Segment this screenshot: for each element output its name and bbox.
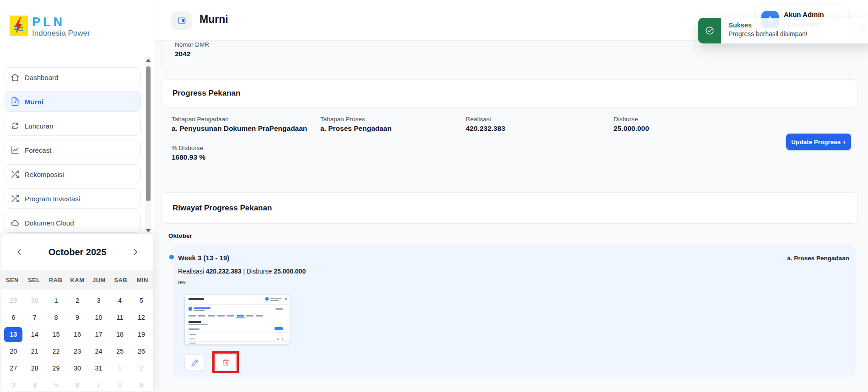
- check-circle-icon: [705, 26, 715, 36]
- chevron-right-icon: [131, 248, 140, 256]
- calendar-day[interactable]: 20: [4, 344, 22, 359]
- calendar-day[interactable]: 16: [68, 327, 86, 342]
- sidebar-item-dokumen-cloud[interactable]: Dokumen Cloud: [5, 213, 141, 233]
- field-tahapan-proses: Tahapan Proses a. Proses Pengadaan: [320, 116, 392, 133]
- calendar-day[interactable]: 11: [111, 310, 129, 325]
- sidebar-toggle-button[interactable]: [171, 11, 192, 30]
- trend-chart-icon: [11, 145, 20, 155]
- calendar-day[interactable]: 19: [132, 327, 151, 342]
- calendar-day[interactable]: 27: [4, 361, 22, 376]
- shuffle-icon: [11, 194, 20, 203]
- calendar-day[interactable]: 4: [26, 378, 44, 392]
- calendar-day[interactable]: 14: [26, 327, 44, 342]
- calendar-day[interactable]: 30: [68, 361, 86, 376]
- calendar-day[interactable]: 4: [111, 293, 129, 308]
- history-section-title: Riwayat Progress Pekanan: [173, 204, 272, 213]
- calendar-day[interactable]: 17: [90, 327, 108, 342]
- field-disburse: Disburse 25.000.000: [614, 116, 649, 133]
- annotation-highlight-box: [212, 351, 239, 373]
- calendar-day[interactable]: 29: [4, 293, 22, 308]
- calendar-day[interactable]: 2: [68, 293, 86, 308]
- update-progress-button[interactable]: Update Progress +: [786, 134, 851, 150]
- calendar-popup: October 2025 SENSELRABKAMJUMSABMIN 29301…: [1, 233, 154, 392]
- nomor-dmr-label: Nomor DMR: [175, 41, 209, 48]
- calendar-day[interactable]: 21: [26, 344, 44, 359]
- pln-logo-icon: [10, 16, 28, 36]
- calendar-day-selected[interactable]: 13: [4, 327, 22, 342]
- sidebar-item-label: Rekomposisi: [25, 171, 64, 178]
- calendar-day[interactable]: 12: [132, 310, 151, 325]
- week-summary: Realisasi 420.232.383 | Disburse 25.000.…: [178, 268, 306, 275]
- calendar-day[interactable]: 1: [47, 293, 65, 308]
- calendar-day[interactable]: 7: [90, 378, 108, 392]
- calendar-day[interactable]: 30: [26, 293, 44, 308]
- calendar-day[interactable]: 6: [68, 378, 86, 392]
- panel-toggle-icon: [177, 16, 186, 25]
- edit-week-button[interactable]: [184, 354, 205, 371]
- field-tahapan-pengadaan: Tahapan Pengadaan a. Penyusunan Dokumen …: [172, 116, 307, 133]
- brand-logo: PLN Indonesia Power: [10, 16, 90, 38]
- calendar-grid: 2930123456789101112131415161718192021222…: [1, 290, 153, 392]
- calendar-day[interactable]: 18: [111, 327, 129, 342]
- calendar-day[interactable]: 29: [47, 361, 65, 376]
- brand-subtitle: Indonesia Power: [32, 29, 90, 38]
- sidebar-item-label: Luncuran: [25, 122, 54, 130]
- nomor-dmr-value: 2042: [175, 50, 209, 58]
- calendar-day[interactable]: 9: [132, 378, 151, 392]
- record-block: Nomor DMR 2042: [175, 41, 209, 58]
- calendar-day-headers: SENSELRABKAMJUMSABMIN: [1, 270, 153, 290]
- progress-section-card: Progress Pekanan: [161, 79, 858, 107]
- calendar-dow-label: KAM: [66, 277, 88, 284]
- sidebar-scrollbar[interactable]: [145, 56, 151, 235]
- calendar-dow-label: SEN: [1, 277, 23, 284]
- calendar-next-button[interactable]: [129, 246, 141, 258]
- scrollbar-thumb[interactable]: [146, 66, 151, 201]
- progress-section-title: Progress Pekanan: [173, 89, 240, 98]
- sidebar-item-label: Dokumen Cloud: [25, 219, 74, 227]
- week-history-card: Week 3 (13 - 19) Realisasi 420.232.383 |…: [173, 245, 856, 377]
- sidebar-item-program-investasi[interactable]: Program Investasi: [5, 188, 141, 209]
- calendar-day[interactable]: 6: [4, 310, 22, 325]
- calendar-day[interactable]: 7: [26, 310, 44, 325]
- sidebar-item-forecast[interactable]: Forecast: [5, 140, 141, 160]
- calendar-day[interactable]: 5: [47, 378, 65, 392]
- calendar-day[interactable]: 10: [90, 310, 108, 325]
- calendar-day[interactable]: 25: [111, 344, 129, 359]
- sidebar-item-label: Murni: [25, 98, 43, 106]
- calendar-prev-button[interactable]: [13, 246, 25, 258]
- shuffle-icon: [11, 170, 20, 179]
- calendar-day[interactable]: 24: [90, 344, 108, 359]
- calendar-day[interactable]: 28: [26, 361, 44, 376]
- calendar-day[interactable]: 3: [4, 378, 22, 392]
- sidebar-item-rekomposisi[interactable]: Rekomposisi: [5, 164, 141, 184]
- trash-icon: [222, 359, 230, 366]
- calendar-day[interactable]: 9: [68, 310, 86, 325]
- calendar-day[interactable]: 8: [47, 310, 65, 325]
- calendar-day[interactable]: 31: [90, 361, 108, 376]
- sidebar-item-murni[interactable]: Murni: [5, 91, 141, 112]
- calendar-day[interactable]: 5: [132, 293, 151, 308]
- field-realisasi: Realisasi 420.232.383: [466, 116, 505, 133]
- calendar-day[interactable]: 8: [111, 378, 129, 392]
- calendar-day[interactable]: 3: [90, 293, 108, 308]
- main-content: Murni Nomor DMR 2042 Progress Pekanan Ta…: [155, 0, 868, 392]
- week-stage-label: a. Proses Pengadaan: [787, 255, 849, 262]
- calendar-day[interactable]: 1: [111, 361, 129, 376]
- calendar-day[interactable]: 26: [132, 344, 151, 359]
- pencil-icon: [191, 359, 199, 367]
- sidebar-item-label: Forecast: [25, 146, 51, 154]
- attachment-thumbnail[interactable]: [184, 294, 290, 345]
- scrollbar-down-arrow[interactable]: [146, 229, 151, 232]
- delete-week-button[interactable]: [216, 354, 236, 371]
- page-title: Murni: [199, 13, 228, 26]
- sidebar-item-luncuran[interactable]: Luncuran: [5, 116, 141, 136]
- calendar-title: October 2025: [49, 247, 107, 258]
- calendar-dow-label: SEL: [23, 277, 44, 284]
- calendar-day[interactable]: 15: [47, 327, 65, 342]
- calendar-day[interactable]: 2: [132, 361, 151, 376]
- calendar-dow-label: MIN: [132, 277, 153, 284]
- calendar-day[interactable]: 23: [68, 344, 86, 359]
- calendar-day[interactable]: 22: [47, 344, 65, 359]
- scrollbar-up-arrow[interactable]: [146, 59, 151, 62]
- sidebar-item-dashboard[interactable]: Dashboard: [5, 67, 141, 87]
